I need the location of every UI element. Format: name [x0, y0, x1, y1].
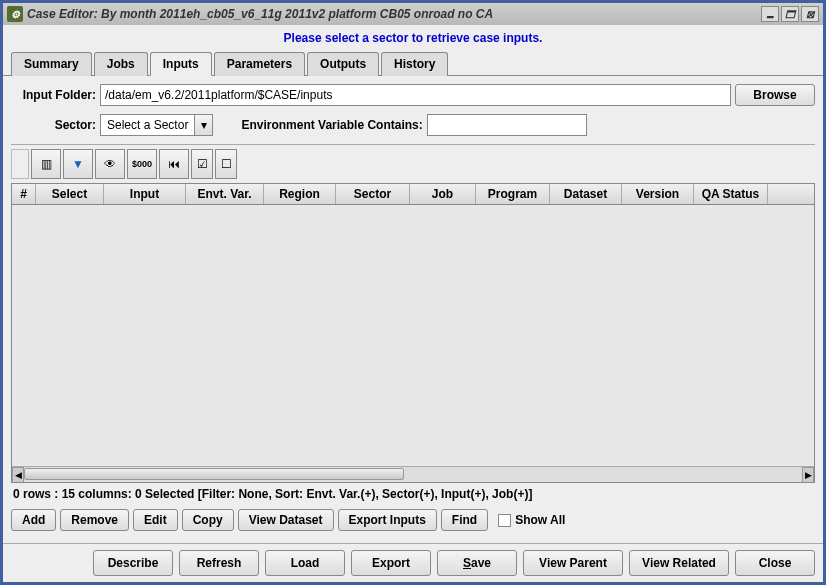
action-row: Add Remove Edit Copy View Dataset Export… [11, 505, 815, 535]
find-button[interactable]: Find [441, 509, 488, 531]
col-rownum[interactable]: # [12, 184, 36, 204]
tab-parameters[interactable]: Parameters [214, 52, 305, 76]
show-all-label: Show All [515, 513, 565, 527]
export-inputs-button[interactable]: Export Inputs [338, 509, 437, 531]
table-header: # Select Input Envt. Var. Region Sector … [12, 184, 814, 205]
tabs: Summary Jobs Inputs Parameters Outputs H… [3, 51, 823, 76]
horizontal-scrollbar[interactable]: ◀ ▶ [12, 466, 814, 482]
tab-content-inputs: Input Folder: Browse Sector: Select a Se… [3, 76, 823, 543]
uncheck-all-icon[interactable]: ☐ [215, 149, 237, 179]
col-version[interactable]: Version [622, 184, 694, 204]
view-dataset-button[interactable]: View Dataset [238, 509, 334, 531]
col-program[interactable]: Program [476, 184, 550, 204]
eye-icon[interactable]: 👁 [95, 149, 125, 179]
window-controls: 🗕 🗖 ⊠ [761, 6, 819, 22]
toolbar-spacer [11, 149, 29, 179]
case-editor-window: ⚙ Case Editor: By month 2011eh_cb05_v6_1… [0, 0, 826, 585]
load-button[interactable]: Load [265, 550, 345, 576]
browse-button[interactable]: Browse [735, 84, 815, 106]
window-title: Case Editor: By month 2011eh_cb05_v6_11g… [27, 7, 761, 21]
copy-button[interactable]: Copy [182, 509, 234, 531]
input-folder-field[interactable] [100, 84, 731, 106]
bottom-bar: Describe Refresh Load Export Save View P… [3, 543, 823, 582]
col-dataset[interactable]: Dataset [550, 184, 622, 204]
app-icon: ⚙ [7, 6, 23, 22]
export-button[interactable]: Export [351, 550, 431, 576]
show-all-checkbox[interactable]: Show All [498, 513, 565, 527]
sector-select[interactable]: Select a Sector ▾ [100, 114, 213, 136]
scroll-right-icon[interactable]: ▶ [802, 467, 814, 483]
tab-jobs[interactable]: Jobs [94, 52, 148, 76]
checkbox-box [498, 514, 511, 527]
col-select[interactable]: Select [36, 184, 104, 204]
save-button[interactable]: Save [437, 550, 517, 576]
reset-icon[interactable]: ⏮ [159, 149, 189, 179]
close-button[interactable]: Close [735, 550, 815, 576]
remove-button[interactable]: Remove [60, 509, 129, 531]
instruction-text: Please select a sector to retrieve case … [3, 25, 823, 51]
env-var-label: Environment Variable Contains: [241, 118, 422, 132]
add-button[interactable]: Add [11, 509, 56, 531]
refresh-button[interactable]: Refresh [179, 550, 259, 576]
sector-label: Sector: [11, 118, 96, 132]
inputs-table: # Select Input Envt. Var. Region Sector … [11, 183, 815, 483]
col-envtvar[interactable]: Envt. Var. [186, 184, 264, 204]
view-parent-button[interactable]: View Parent [523, 550, 623, 576]
toolbar: ▥ ▼ 👁 $000 ⏮ ☑ ☐ [11, 144, 815, 183]
title-bar: ⚙ Case Editor: By month 2011eh_cb05_v6_1… [3, 3, 823, 25]
tab-outputs[interactable]: Outputs [307, 52, 379, 76]
view-related-button[interactable]: View Related [629, 550, 729, 576]
tab-summary[interactable]: Summary [11, 52, 92, 76]
input-folder-label: Input Folder: [11, 88, 96, 102]
format-icon[interactable]: $000 [127, 149, 157, 179]
tab-inputs[interactable]: Inputs [150, 52, 212, 76]
col-sector[interactable]: Sector [336, 184, 410, 204]
check-all-icon[interactable]: ☑ [191, 149, 213, 179]
env-var-field[interactable] [427, 114, 587, 136]
scroll-thumb[interactable] [24, 468, 404, 480]
minimize-icon[interactable]: 🗕 [761, 6, 779, 22]
close-icon[interactable]: ⊠ [801, 6, 819, 22]
col-qastatus[interactable]: QA Status [694, 184, 768, 204]
edit-button[interactable]: Edit [133, 509, 178, 531]
col-input[interactable]: Input [104, 184, 186, 204]
sector-value: Select a Sector [101, 118, 194, 132]
maximize-icon[interactable]: 🗖 [781, 6, 799, 22]
input-folder-row: Input Folder: Browse [11, 84, 815, 106]
scroll-left-icon[interactable]: ◀ [12, 467, 24, 483]
table-body [12, 205, 814, 466]
chevron-down-icon: ▾ [194, 115, 212, 135]
tab-history[interactable]: History [381, 52, 448, 76]
status-text: 0 rows : 15 columns: 0 Selected [Filter:… [11, 483, 815, 505]
sector-row: Sector: Select a Sector ▾ Environment Va… [11, 114, 815, 136]
columns-icon[interactable]: ▥ [31, 149, 61, 179]
col-more[interactable] [768, 184, 814, 204]
col-region[interactable]: Region [264, 184, 336, 204]
col-job[interactable]: Job [410, 184, 476, 204]
funnel-icon[interactable]: ▼ [63, 149, 93, 179]
describe-button[interactable]: Describe [93, 550, 173, 576]
